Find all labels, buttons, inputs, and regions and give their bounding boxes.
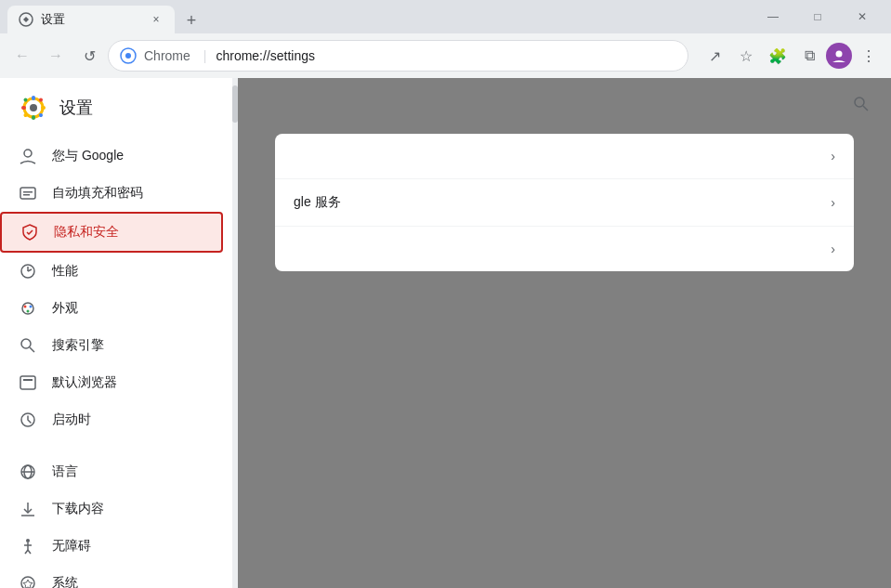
sidebar-label-download: 下载内容: [52, 501, 104, 517]
card-item-3[interactable]: ›: [275, 227, 854, 271]
refresh-button[interactable]: ↺: [74, 41, 104, 71]
sidebar-title: 设置: [59, 97, 93, 119]
download-icon: [19, 500, 37, 518]
sidebar-header: 设置: [0, 78, 238, 137]
sidebar-label-system: 系统: [52, 575, 78, 588]
settings-logo: [19, 93, 48, 123]
share-button[interactable]: ↗: [700, 41, 729, 71]
svg-point-41: [855, 98, 864, 107]
sidebar-label-default: 默认浏览器: [52, 374, 117, 391]
bookmark-button[interactable]: ☆: [731, 41, 761, 71]
back-button[interactable]: ←: [7, 41, 37, 71]
svg-rect-27: [20, 376, 35, 389]
maximize-button[interactable]: □: [796, 0, 839, 33]
extension-button[interactable]: 🧩: [763, 41, 793, 71]
tab-close-button[interactable]: ×: [149, 12, 164, 27]
svg-rect-28: [23, 379, 33, 381]
sidebar-item-default-browser[interactable]: 默认浏览器: [0, 364, 223, 401]
svg-line-42: [863, 106, 868, 111]
address-bar[interactable]: Chrome | chrome://settings: [108, 40, 688, 72]
browser-frame: 设置 × + — □ ✕ ← → ↺ Chrome | chrome://set…: [0, 0, 891, 588]
forward-button[interactable]: →: [41, 41, 71, 71]
window-controls: — □ ✕: [752, 0, 884, 33]
svg-point-35: [26, 539, 30, 542]
svg-point-22: [24, 306, 27, 308]
menu-button[interactable]: ⋮: [854, 41, 884, 71]
svg-rect-17: [20, 188, 35, 199]
card-arrow-1: ›: [831, 149, 835, 163]
split-view-button[interactable]: ⧉: [794, 41, 824, 71]
svg-line-39: [28, 550, 31, 554]
url-text: chrome://settings: [216, 48, 315, 63]
profile-button[interactable]: [826, 43, 852, 69]
person-icon: [19, 147, 37, 165]
content-area: 设置 您与 Google: [0, 78, 891, 588]
sidebar-label-privacy: 隐私和安全: [54, 224, 119, 241]
sidebar-item-performance[interactable]: 性能: [0, 253, 223, 290]
title-bar: 设置 × + — □ ✕: [0, 0, 891, 33]
system-icon: [19, 574, 37, 588]
card-item-2[interactable]: gle 服务 ›: [275, 179, 854, 227]
sidebar-item-appearance[interactable]: 外观: [0, 290, 223, 327]
sidebar-item-accessibility[interactable]: 无障碍: [0, 528, 223, 565]
card-group: › gle 服务 › ›: [275, 134, 854, 271]
svg-point-2: [125, 53, 131, 59]
main-content: › gle 服务 › ›: [238, 78, 891, 588]
sidebar-label-language: 语言: [52, 464, 78, 480]
site-icon: [120, 47, 137, 64]
svg-line-26: [30, 347, 34, 352]
search-button[interactable]: [846, 89, 876, 119]
sidebar-label-google: 您与 Google: [52, 148, 124, 164]
sidebar-label-startup: 启动时: [52, 412, 91, 428]
autofill-icon: [19, 184, 37, 203]
svg-point-15: [30, 104, 37, 111]
address-separator: |: [203, 48, 207, 63]
sidebar-item-privacy[interactable]: 隐私和安全: [0, 212, 223, 253]
sidebar-label-autofill: 自动填充和密码: [52, 185, 143, 202]
accessibility-icon: [19, 537, 37, 555]
svg-rect-8: [32, 115, 35, 120]
svg-rect-10: [41, 106, 46, 110]
svg-point-16: [24, 150, 32, 157]
tab-strip: 设置 × +: [7, 0, 752, 33]
sidebar-item-system[interactable]: 系统: [0, 565, 223, 588]
sidebar-item-google[interactable]: 您与 Google: [0, 137, 223, 175]
minimize-button[interactable]: —: [752, 0, 794, 33]
card-arrow-2: ›: [831, 195, 835, 210]
sidebar-label-accessibility: 无障碍: [52, 538, 91, 555]
sidebar-item-language[interactable]: 语言: [0, 453, 223, 490]
content-cards: › gle 服务 › ›: [275, 134, 854, 271]
language-icon: [19, 463, 37, 481]
sidebar-label-appearance: 外观: [52, 300, 78, 317]
svg-rect-18: [23, 191, 33, 193]
svg-rect-9: [21, 106, 26, 110]
svg-point-25: [21, 339, 31, 348]
svg-point-4: [836, 51, 843, 58]
sidebar-label-search: 搜索引擎: [52, 337, 104, 354]
tab-title: 设置: [41, 11, 141, 28]
nav-bar: ← → ↺ Chrome | chrome://settings ↗ ☆ 🧩 ⧉: [0, 33, 891, 78]
close-window-button[interactable]: ✕: [841, 0, 884, 33]
sidebar-item-autofill[interactable]: 自动填充和密码: [0, 175, 223, 212]
sidebar: 设置 您与 Google: [0, 78, 238, 588]
svg-rect-19: [23, 194, 30, 196]
active-tab[interactable]: 设置 ×: [7, 6, 175, 33]
toolbar-actions: ↗ ☆ 🧩 ⧉ ⋮: [700, 41, 884, 71]
shield-icon: [20, 223, 39, 242]
sidebar-item-startup[interactable]: 启动时: [0, 401, 223, 438]
search-icon: [19, 336, 37, 355]
default-browser-icon: [19, 373, 37, 392]
startup-icon: [19, 411, 37, 429]
card-item-1[interactable]: ›: [275, 134, 854, 179]
new-tab-button[interactable]: +: [178, 7, 204, 33]
chrome-brand-label: Chrome: [144, 48, 190, 63]
card-text-2: gle 服务: [294, 194, 831, 211]
sidebar-item-download[interactable]: 下载内容: [0, 490, 223, 528]
performance-icon: [19, 262, 37, 281]
tab-favicon: [19, 12, 33, 27]
sidebar-item-search[interactable]: 搜索引擎: [0, 327, 223, 364]
svg-point-24: [27, 310, 30, 313]
svg-point-23: [30, 306, 33, 308]
card-arrow-3: ›: [831, 242, 835, 256]
appearance-icon: [19, 299, 37, 318]
